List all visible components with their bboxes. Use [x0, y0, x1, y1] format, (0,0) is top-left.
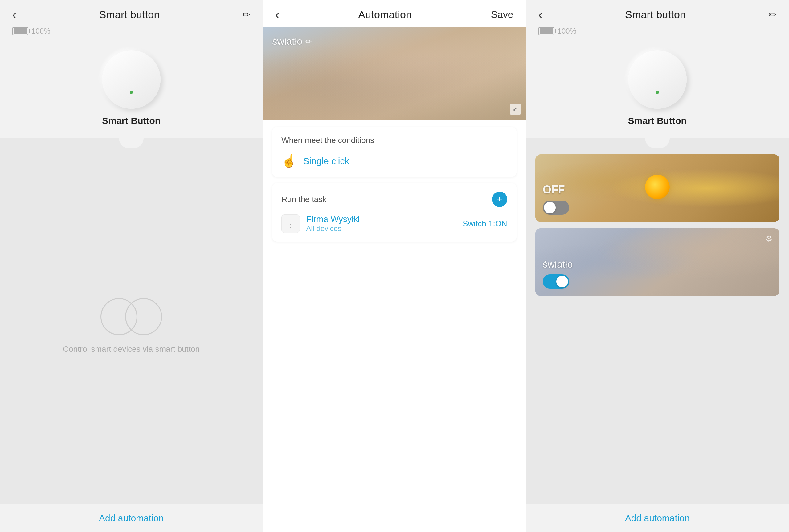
- panel2-header: ‹ Automation Save: [263, 0, 525, 27]
- battery-icon-3: [539, 27, 555, 35]
- battery-pct-3: 100%: [558, 27, 576, 35]
- scene-edit-icon[interactable]: ✏: [305, 37, 312, 46]
- battery-row-3: 100%: [526, 27, 789, 41]
- battery-row-1: 100%: [0, 27, 263, 41]
- scene-image: światło ✏ ⤢: [263, 27, 525, 119]
- task-label: Run the task: [281, 195, 326, 204]
- circle-right-1: [125, 298, 162, 335]
- battery-icon-1: [12, 27, 29, 35]
- scene-name: światło: [272, 36, 302, 47]
- toggle-food[interactable]: [543, 201, 569, 215]
- task-header: Run the task +: [281, 192, 507, 207]
- card-overlay-family: światło: [536, 228, 779, 296]
- bump-divider-3: [526, 138, 789, 148]
- task-card: Run the task + ⋮ Firma Wysyłki All devic…: [272, 183, 516, 242]
- add-automation-btn-3[interactable]: Add automation: [625, 513, 690, 524]
- panel-automation: ‹ Automation Save światło ✏ ⤢ When meet …: [263, 0, 526, 532]
- battery-pct-1: 100%: [32, 27, 50, 35]
- condition-text: Single click: [303, 156, 349, 166]
- task-add-icon: +: [496, 194, 502, 204]
- interlocking-circles-1: [100, 298, 162, 335]
- add-automation-btn-1[interactable]: Add automation: [99, 513, 164, 524]
- scene-label: światło ✏: [272, 36, 312, 47]
- device-circle-3[interactable]: [628, 50, 687, 109]
- panel1-footer: Add automation: [0, 504, 263, 532]
- panel-smart-button-2: ‹ Smart button ✏ 100% Smart Button OFF: [526, 0, 789, 532]
- panel3-header: ‹ Smart button ✏: [526, 0, 789, 27]
- back-button-2[interactable]: ‹: [275, 9, 279, 21]
- conditions-card: When meet the conditions ☝ Single click: [272, 127, 516, 177]
- device-section-1: Smart Button: [0, 41, 263, 138]
- conditions-label: When meet the conditions: [281, 135, 507, 145]
- bump-divider-1: [0, 138, 263, 148]
- task-dots: ⋮: [286, 219, 295, 229]
- device-circle-1[interactable]: [102, 50, 161, 109]
- main-content-1: Control smart devices via smart button: [0, 148, 263, 504]
- device-dot-1: [130, 91, 133, 94]
- back-button-1[interactable]: ‹: [12, 9, 16, 21]
- panel3-footer: Add automation: [526, 504, 789, 532]
- toggle-knob-family: [556, 276, 568, 287]
- scene-card-food[interactable]: OFF: [536, 154, 779, 222]
- scene-expand-icon[interactable]: ⤢: [510, 103, 521, 115]
- edit-button-1[interactable]: ✏: [243, 9, 250, 20]
- toggle-container-family: [543, 274, 772, 289]
- card-scene-label: światło: [543, 259, 772, 270]
- panel1-header: ‹ Smart button ✏: [0, 0, 263, 27]
- battery-fill-3: [540, 28, 553, 34]
- control-text-1: Control smart devices via smart button: [51, 344, 212, 354]
- task-add-button[interactable]: +: [492, 192, 507, 207]
- toggle-knob-food: [544, 202, 556, 213]
- card-overlay-food: OFF: [536, 154, 779, 222]
- panel2-title: Automation: [358, 8, 412, 21]
- task-device-sub: All devices: [306, 224, 456, 233]
- card-settings-icon[interactable]: ⚙: [764, 233, 774, 244]
- panel-smart-button-1: ‹ Smart button ✏ 100% Smart Button Contr…: [0, 0, 263, 532]
- back-button-3[interactable]: ‹: [539, 9, 542, 21]
- scene-cards-area: OFF światło ⚙: [526, 148, 789, 504]
- single-click-icon: ☝: [281, 154, 297, 168]
- battery-fill-1: [14, 28, 27, 34]
- device-section-3: Smart Button: [526, 41, 789, 138]
- scene-overlay: światło ✏ ⤢: [263, 27, 525, 119]
- device-name-3: Smart Button: [628, 115, 687, 126]
- scene-card-family[interactable]: światło ⚙: [536, 228, 779, 296]
- task-info: Firma Wysyłki All devices: [306, 214, 456, 233]
- condition-item[interactable]: ☝ Single click: [281, 154, 507, 168]
- panel1-title: Smart button: [99, 8, 159, 21]
- task-device-icon: ⋮: [281, 214, 300, 233]
- toggle-family[interactable]: [543, 274, 569, 289]
- device-name-1: Smart Button: [102, 115, 161, 126]
- device-dot-3: [656, 91, 659, 94]
- save-button[interactable]: Save: [491, 9, 513, 20]
- edit-button-3[interactable]: ✏: [769, 9, 776, 20]
- toggle-container-food: [543, 201, 772, 215]
- task-device-name: Firma Wysyłki: [306, 214, 456, 224]
- panel3-title: Smart button: [625, 8, 686, 21]
- task-action: Switch 1:ON: [463, 219, 507, 229]
- task-item[interactable]: ⋮ Firma Wysyłki All devices Switch 1:ON: [281, 214, 507, 233]
- card-status-off: OFF: [543, 183, 772, 196]
